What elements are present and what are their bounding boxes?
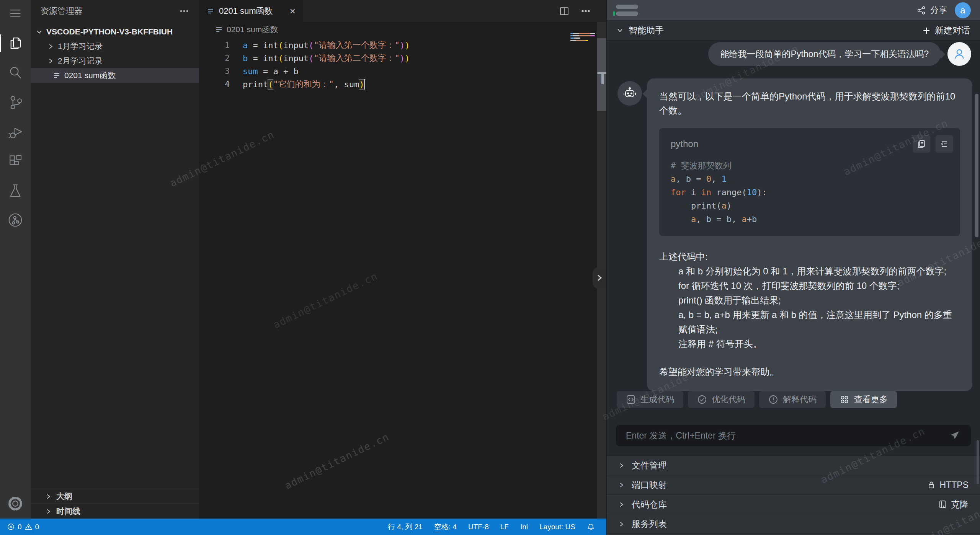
section-file-management[interactable]: 文件管理 (607, 456, 980, 475)
breadcrumb[interactable]: 0201 sum函数 (199, 22, 606, 37)
cursor-position[interactable]: 行 4, 列 21 (388, 522, 423, 532)
action-label: HTTPS (940, 480, 969, 490)
explanation-item: print() 函数用于输出结果; (659, 293, 960, 308)
problems-indicator[interactable]: 0 0 (7, 523, 39, 531)
eol-sequence[interactable]: LF (500, 523, 509, 531)
code-token: ) (727, 201, 732, 210)
search-icon[interactable] (0, 63, 31, 82)
bell-icon[interactable] (587, 523, 595, 531)
code-token: = (691, 174, 706, 184)
code-token: b (752, 214, 757, 224)
code-token: + (747, 214, 752, 224)
remote-icon[interactable] (0, 210, 31, 230)
editor-group: 0201 sum函数 × 0201 sum函数 1a = int(input("… (199, 0, 606, 519)
section-service-list[interactable]: 服务列表 (607, 514, 980, 534)
view-more-button[interactable]: 查看更多 (830, 391, 897, 408)
https-action[interactable]: HTTPS (927, 480, 969, 490)
code-token: a (742, 214, 746, 224)
user-account-avatar[interactable]: a (955, 2, 971, 18)
panel-top-bar: 分享 a (607, 0, 980, 21)
editor-tab[interactable]: 0201 sum函数 × (199, 0, 303, 22)
menu-icon[interactable] (0, 4, 31, 23)
explanation: 上述代码中: a 和 b 分别初始化为 0 和 1，用来计算斐波那契数列的前两个… (659, 250, 960, 351)
more-actions-icon[interactable] (179, 6, 189, 16)
chevron-right-icon (618, 521, 625, 527)
code-token: ) (405, 41, 410, 50)
tree-root-folder[interactable]: VSCODE-PYTHON-V3-BKFFBIUH (31, 24, 199, 39)
code-token: , (732, 214, 742, 224)
code-token: b (727, 214, 732, 224)
send-icon[interactable] (949, 430, 961, 441)
warnings-icon (24, 523, 33, 531)
panel-expand-button[interactable] (593, 267, 606, 289)
folder-label: 2月学习记录 (58, 55, 103, 66)
section-code-repo[interactable]: 代码仓库 克隆 (607, 495, 980, 514)
assistant-header[interactable]: 智能助手 新建对话 (607, 21, 980, 41)
optimize-code-button[interactable]: 优化代码 (688, 391, 755, 408)
tab-label: 0201 sum函数 (219, 5, 273, 17)
timeline-section[interactable]: 时间线 (31, 504, 199, 519)
button-label: 生成代码 (640, 394, 674, 405)
closing-text: 希望能对您的学习带来帮助。 (659, 366, 960, 378)
assistant-avatar (617, 81, 642, 106)
minimap[interactable] (570, 33, 595, 41)
testing-icon[interactable] (0, 181, 31, 200)
explanation-item: 注释用 # 符号开头。 (659, 337, 960, 351)
copy-code-button[interactable] (913, 135, 930, 153)
code-token: ( (268, 80, 273, 89)
keyboard-layout[interactable]: Layout: US (539, 523, 575, 531)
code-token: ) (405, 54, 410, 63)
ide-window: 资源管理器 VSCODE-PYTHON-V3-BKFFBIUH 1月学习记录 2… (0, 0, 980, 535)
breadcrumb-label: 0201 sum函数 (227, 24, 278, 35)
chat-scrollbar-thumb[interactable] (975, 94, 978, 237)
code-token: 1 (722, 174, 727, 184)
encoding[interactable]: UTF-8 (468, 523, 489, 531)
code-language-label: python (671, 139, 698, 149)
source-control-icon[interactable] (0, 93, 31, 112)
explorer-title: 资源管理器 (41, 5, 83, 17)
explanation-item: a, b = b, a+b 用来更新 a 和 b 的值，注意这里用到了 Pyth… (659, 308, 960, 337)
tree-folder[interactable]: 2月学习记录 (31, 54, 199, 68)
chevron-right-icon (618, 482, 625, 488)
tree-folder[interactable]: 1月学习记录 (31, 39, 199, 54)
new-chat-button[interactable]: 新建对话 (922, 24, 970, 36)
avatar-letter: a (960, 5, 965, 16)
run-debug-icon[interactable] (0, 122, 31, 141)
assistant-message: 当然可以，以下是一个简单的Python代码，用于求解斐波那契数列的前10个数。 … (647, 78, 972, 391)
extensions-icon[interactable] (0, 152, 31, 171)
code-line: for i in range(10): (671, 186, 960, 199)
code-area[interactable]: 1a = int(input("请输入第一个数字："))2b = int(inp… (199, 39, 606, 91)
ai-assistant-panel: 分享 a 智能助手 新建对话 能给我一段简单的Python代码，学习一下相关语法… (606, 0, 980, 535)
tree-file-selected[interactable]: 0201 sum函数 (31, 68, 199, 83)
share-button[interactable]: 分享 (916, 5, 947, 16)
explanation-item: for 循环迭代 10 次，打印斐波那契数列的前 10 个数字; (659, 279, 960, 293)
close-icon[interactable]: × (290, 6, 296, 16)
indentation[interactable]: 空格: 4 (434, 522, 457, 532)
code-token: "请输入第一个数字：" (314, 39, 400, 51)
editor-actions (559, 0, 591, 22)
settings-icon[interactable] (0, 494, 31, 513)
code-token: ( (309, 54, 314, 63)
code-token: ( (278, 41, 283, 50)
code-token: int (263, 41, 278, 50)
generate-code-button[interactable]: 生成代码 (617, 391, 683, 408)
new-chat-label: 新建对话 (935, 24, 970, 36)
outline-section[interactable]: 大纲 (31, 489, 199, 504)
code-line: 3sum = a + b (199, 65, 606, 78)
code-token: for (671, 188, 686, 197)
split-editor-icon[interactable] (559, 6, 570, 16)
more-actions-icon[interactable] (580, 6, 591, 16)
person-icon (952, 47, 966, 61)
clone-action[interactable]: 克隆 (938, 499, 969, 511)
section-port-mapping[interactable]: 端口映射 HTTPS (607, 475, 980, 495)
code-token: = a + b (258, 67, 299, 76)
panel-scrollbar-thumb[interactable] (977, 440, 979, 484)
chevron-right-icon (47, 43, 54, 50)
chat-input[interactable] (626, 431, 949, 441)
insert-code-button[interactable] (936, 135, 953, 153)
code-token: ( (309, 41, 314, 50)
explain-code-button[interactable]: 解释代码 (759, 391, 826, 408)
explorer-icon[interactable] (0, 34, 31, 53)
language-mode[interactable]: Ini (520, 523, 528, 531)
panel-menu-icon[interactable] (616, 5, 638, 16)
